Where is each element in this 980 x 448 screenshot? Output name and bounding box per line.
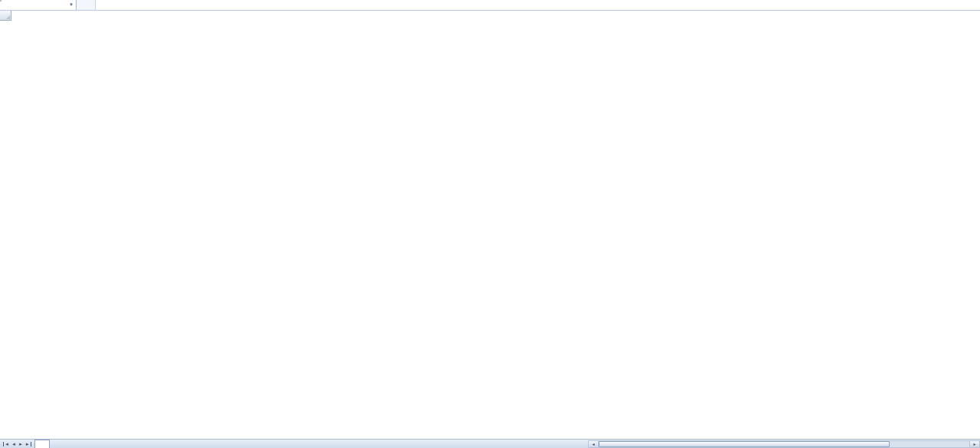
tab-navigation: ◄ ◄ ► ► [0, 442, 34, 446]
next-sheet-icon[interactable]: ► [18, 442, 23, 446]
name-box-dropdown-icon[interactable]: ▼ [69, 2, 74, 7]
column-headers [0, 11, 980, 21]
scrollbar-thumb[interactable] [599, 441, 890, 447]
last-sheet-icon[interactable]: ► [25, 442, 31, 446]
scroll-right-icon[interactable]: ► [969, 441, 979, 447]
name-box[interactable]: ▼ [0, 0, 77, 10]
excel-window: ▼ ◄ ◄ ► ► ◄ ► [0, 0, 980, 448]
sheet-tab-active[interactable] [34, 440, 50, 448]
fx-icon[interactable] [77, 0, 96, 10]
sheet-tab-bar: ◄ ◄ ► ► ◄ ► [0, 439, 980, 448]
sheet-grid[interactable] [11, 21, 980, 439]
formula-input[interactable] [96, 0, 980, 10]
formula-bar: ▼ [0, 0, 980, 11]
first-sheet-icon[interactable]: ◄ [3, 442, 9, 446]
horizontal-scrollbar[interactable]: ◄ ► [588, 440, 980, 448]
scroll-left-icon[interactable]: ◄ [589, 441, 599, 447]
series2-chart[interactable] [0, 0, 2, 2]
row-headers [0, 21, 11, 439]
prev-sheet-icon[interactable]: ◄ [11, 442, 16, 446]
